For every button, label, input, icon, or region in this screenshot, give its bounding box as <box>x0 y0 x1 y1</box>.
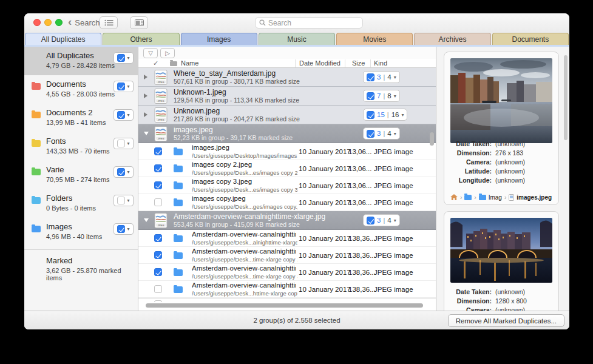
group-checkbox[interactable] <box>367 73 374 81</box>
checkbox[interactable] <box>117 111 125 119</box>
sidebar-item[interactable]: Folders 0 Bytes - 0 items ▾ <box>24 189 138 218</box>
sidebar-check-dropdown[interactable]: ▾ <box>114 166 134 178</box>
folder-icon[interactable] <box>479 195 486 200</box>
group-row[interactable]: JPEG Amsterdam-overview-canalnighttime-x… <box>138 211 436 230</box>
dropdown-arrow-icon[interactable]: ▾ <box>127 226 129 232</box>
group-row[interactable]: JPEG Where_to_stay_Amsterdam.jpg 507,61 … <box>138 68 436 87</box>
file-row[interactable]: Amsterdam-overview-canalnighttime-x... /… <box>138 264 436 281</box>
breadcrumb-folder-label[interactable]: Imag <box>489 194 502 201</box>
sidebar-item[interactable]: Varie 70,95 MB - 274 items ▾ <box>24 161 138 189</box>
file-row[interactable]: images copy.jpeg /Users/giuseppe/Desk...… <box>138 194 436 211</box>
file-row[interactable]: Amsterdam-overview-canalnighttime-x... /… <box>138 281 436 298</box>
tab[interactable]: Images <box>181 33 257 45</box>
sidebar-item-marked[interactable]: Marked 3,62 GB - 25.870 marked items <box>24 252 138 280</box>
group-checkbox[interactable] <box>367 111 374 119</box>
dropdown-arrow-icon[interactable]: ▾ <box>127 141 129 146</box>
file-row[interactable]: images.jpeg /Users/giuseppe/Desktop/Imag… <box>138 143 436 160</box>
group-checkbox[interactable] <box>367 217 374 224</box>
checkbox[interactable] <box>117 168 125 176</box>
expand-all-button[interactable]: ▷ <box>160 48 175 58</box>
file-checkbox[interactable] <box>154 198 162 206</box>
file-checkbox[interactable] <box>154 147 162 155</box>
sidebar-item[interactable]: Documents 2 13,99 MB - 41 items ▾ <box>24 104 138 132</box>
tab[interactable]: Music <box>259 33 335 45</box>
disclosure-triangle-icon[interactable] <box>144 132 149 135</box>
group-count-badge[interactable]: 3 | 4 ▾ <box>363 127 400 140</box>
disclosure-triangle-icon[interactable] <box>144 112 147 117</box>
group-count-badge[interactable]: 3 | 4 ▾ <box>363 71 400 83</box>
tab[interactable]: Movies <box>336 33 413 45</box>
panel-vertical-scrollbar[interactable] <box>564 55 568 140</box>
close-button[interactable] <box>33 19 41 26</box>
dropdown-arrow-icon[interactable]: ▾ <box>394 75 396 80</box>
list-view-button[interactable] <box>100 16 118 29</box>
group-row[interactable]: JPEG images.jpeg 52,23 KB in group - 39,… <box>138 124 436 143</box>
group-count-badge[interactable]: 3 | 4 ▾ <box>363 214 400 226</box>
disclosure-triangle-icon[interactable] <box>144 75 147 79</box>
group-row[interactable]: JPEG Unknown-1.jpeg 129,54 KB in group -… <box>138 87 436 106</box>
group-count-badge[interactable]: 7 | 8 ▾ <box>363 90 400 102</box>
dropdown-arrow-icon[interactable]: ▾ <box>394 218 396 223</box>
dropdown-arrow-icon[interactable]: ▾ <box>394 131 396 136</box>
sidebar-check-dropdown[interactable]: ▾ <box>114 138 134 149</box>
dropdown-arrow-icon[interactable]: ▾ <box>127 55 129 61</box>
preview-view-button[interactable] <box>130 16 148 29</box>
checkbox[interactable] <box>117 140 125 147</box>
tab[interactable]: Others <box>103 33 179 45</box>
sidebar-check-dropdown[interactable]: ▾ <box>114 223 134 235</box>
file-checkbox[interactable] <box>154 285 162 293</box>
breadcrumb-file-label[interactable]: images.jpeg <box>517 194 552 201</box>
folder-icon[interactable] <box>464 195 472 200</box>
disclosure-triangle-icon[interactable] <box>144 93 147 98</box>
sidebar-item[interactable]: Images 4,96 MB - 40 items ▾ <box>24 218 138 246</box>
sidebar-check-dropdown[interactable]: ▾ <box>114 52 134 64</box>
checkbox[interactable] <box>117 83 125 90</box>
table-vertical-scrollbar[interactable] <box>430 132 434 146</box>
sidebar-item[interactable]: All Duplicates 4,79 GB - 28.428 items ▾ <box>24 47 138 75</box>
file-icon[interactable] <box>509 194 514 201</box>
dropdown-arrow-icon[interactable]: ▾ <box>394 93 396 99</box>
checkbox[interactable] <box>117 225 125 233</box>
search-field[interactable] <box>255 17 363 29</box>
group-checkbox[interactable] <box>367 92 374 100</box>
tab[interactable]: Archives <box>414 33 490 45</box>
file-row[interactable]: images copy 2.jpeg /Users/giuseppe/Desk.… <box>138 160 436 177</box>
horizontal-scrollbar[interactable] <box>146 303 423 308</box>
dropdown-arrow-icon[interactable]: ▾ <box>401 112 404 118</box>
dropdown-arrow-icon[interactable]: ▾ <box>127 169 129 175</box>
file-row[interactable]: images copy 3.jpeg /Users/giuseppe/Desk.… <box>138 177 436 194</box>
kind-column-header[interactable]: Kind <box>374 59 387 67</box>
collapse-all-button[interactable]: ▽ <box>143 48 158 58</box>
checkmark-column-header[interactable]: ✓ <box>153 59 158 67</box>
size-column-header[interactable]: Size <box>352 59 367 67</box>
back-button[interactable]: ‹ Search <box>68 15 100 30</box>
checkbox[interactable] <box>117 197 125 204</box>
tab[interactable]: All Duplicates <box>25 33 101 45</box>
file-checkbox[interactable] <box>154 181 162 189</box>
folder-column-header-icon[interactable] <box>170 61 177 66</box>
remove-all-marked-duplicates-button[interactable]: Remove All Marked Duplicates... <box>448 314 564 327</box>
file-row[interactable]: Amsterdam-overview-canalnighttime-x... /… <box>138 247 436 264</box>
dropdown-arrow-icon[interactable]: ▾ <box>127 84 129 89</box>
zoom-button[interactable] <box>55 19 63 26</box>
group-row[interactable]: JPEG Unknown.jpeg 217,89 KB in group - 2… <box>138 106 436 124</box>
search-input[interactable] <box>268 19 347 27</box>
group-checkbox[interactable] <box>367 130 374 138</box>
tab[interactable]: Documents <box>492 33 569 45</box>
file-checkbox[interactable] <box>154 251 162 259</box>
file-checkbox[interactable] <box>154 234 162 242</box>
disclosure-triangle-icon[interactable] <box>144 218 149 222</box>
sidebar-check-dropdown[interactable]: ▾ <box>114 195 134 206</box>
checkbox[interactable] <box>117 54 125 62</box>
name-column-header[interactable]: Name <box>181 59 198 67</box>
sidebar-check-dropdown[interactable]: ▾ <box>114 81 134 92</box>
dropdown-arrow-icon[interactable]: ▾ <box>127 198 129 203</box>
minimize-button[interactable] <box>44 19 52 26</box>
file-row[interactable]: Amsterdam-overview-canalnighttime-x... /… <box>138 230 436 247</box>
sidebar-item[interactable]: Fonts 143,33 MB - 70 items ▾ <box>24 132 138 161</box>
date-column-header[interactable]: Date Modified <box>299 59 341 67</box>
file-checkbox[interactable] <box>154 268 162 276</box>
sidebar-check-dropdown[interactable]: ▾ <box>114 109 134 121</box>
sidebar-item[interactable]: Documents 4,55 GB - 28.003 items ▾ <box>24 75 138 104</box>
dropdown-arrow-icon[interactable]: ▾ <box>127 112 129 118</box>
